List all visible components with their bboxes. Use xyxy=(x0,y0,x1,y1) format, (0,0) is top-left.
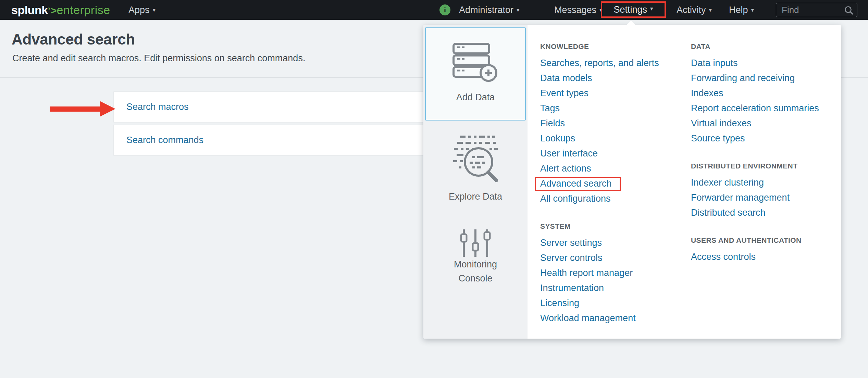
tile-add-data[interactable]: Add Data xyxy=(425,27,526,121)
menu-link-advanced-search[interactable]: Advanced search xyxy=(540,178,612,189)
tile-label: Explore Data xyxy=(436,190,515,204)
menu-link-forwarding-and-receiving[interactable]: Forwarding and receiving xyxy=(691,73,795,83)
menu-link-workload-management[interactable]: Workload management xyxy=(540,313,636,323)
menu-link-server-settings[interactable]: Server settings xyxy=(540,238,602,248)
menu-link-indexer-clustering[interactable]: Indexer clustering xyxy=(691,177,764,188)
monitoring-console-icon xyxy=(459,229,492,257)
tile-monitoring-console[interactable]: Monitoring Console xyxy=(425,224,526,306)
nav-activity[interactable]: Activity▾ xyxy=(677,0,712,20)
menu-link-item: All configurations xyxy=(540,191,687,206)
menu-section-data: DATAData inputsForwarding and receivingI… xyxy=(691,39,838,146)
menu-link-item: Data inputs xyxy=(691,55,838,71)
logo-chevron: > xyxy=(51,5,57,16)
splunk-logo[interactable]: splunk›>enterprise xyxy=(11,0,110,20)
menu-link-item: Licensing xyxy=(540,295,687,311)
menu-link-searches-reports-and-alerts[interactable]: Searches, reports, and alerts xyxy=(540,58,659,68)
menu-section-header-data: DATA xyxy=(691,39,838,54)
menu-link-item: Forwarding and receiving xyxy=(691,71,838,86)
nav-messages[interactable]: Messages▾ xyxy=(554,0,603,20)
find-search-input[interactable] xyxy=(776,3,843,17)
menu-link-event-types[interactable]: Event types xyxy=(540,88,588,98)
settings-dropdown-menu: Add Data Explore xyxy=(423,25,841,339)
nav-apps[interactable]: Apps▾ xyxy=(128,0,156,20)
menu-link-item: Server controls xyxy=(540,250,687,265)
explore-data-icon xyxy=(450,134,501,185)
menu-link-health-report-manager[interactable]: Health report manager xyxy=(540,268,633,278)
find-search-box xyxy=(776,3,857,17)
add-data-icon xyxy=(452,43,498,82)
row-link-search-macros[interactable]: Search macros xyxy=(126,102,189,112)
menu-section-distributed-environment: DISTRIBUTED ENVIRONMENTIndexer clusterin… xyxy=(691,159,838,220)
chevron-down-icon: ▾ xyxy=(650,5,653,12)
page-title: Advanced search xyxy=(12,31,135,48)
logo-product-text: enterprise xyxy=(57,3,110,16)
logo-spark-mark: › xyxy=(48,4,50,12)
menu-link-virtual-indexes[interactable]: Virtual indexes xyxy=(691,118,752,128)
chevron-down-icon: ▾ xyxy=(517,0,520,20)
tile-explore-data[interactable]: Explore Data xyxy=(425,124,526,220)
menu-link-item: Alert actions xyxy=(540,161,687,176)
menu-link-item: Health report manager xyxy=(540,265,687,280)
menu-link-item: Workload management xyxy=(540,311,687,326)
menu-link-data-models[interactable]: Data models xyxy=(540,73,592,83)
menu-link-item: Searches, reports, and alerts xyxy=(540,55,687,71)
menu-link-server-controls[interactable]: Server controls xyxy=(540,253,603,263)
menu-link-licensing[interactable]: Licensing xyxy=(540,298,579,308)
menu-link-item: Source types xyxy=(691,131,838,146)
menu-section-system: SYSTEMServer settingsServer controlsHeal… xyxy=(540,219,687,326)
menu-link-source-types[interactable]: Source types xyxy=(691,133,745,143)
menu-section-header-distributed-environment: DISTRIBUTED ENVIRONMENT xyxy=(691,159,838,174)
menu-section-header-system: SYSTEM xyxy=(540,219,687,234)
menu-link-item: Fields xyxy=(540,116,687,131)
menu-link-item: Server settings xyxy=(540,235,687,250)
menu-link-item: Virtual indexes xyxy=(691,116,838,131)
menu-link-item: Indexer clustering xyxy=(691,175,838,190)
menu-link-item: Lookups xyxy=(540,131,687,146)
menu-column-data-users: DATAData inputsForwarding and receivingI… xyxy=(691,39,838,264)
search-icon[interactable] xyxy=(844,5,854,15)
red-arrow-annotation xyxy=(50,106,100,112)
info-icon[interactable]: i xyxy=(439,4,450,15)
nav-help[interactable]: Help▾ xyxy=(729,0,754,20)
chevron-down-icon: ▾ xyxy=(709,0,712,20)
menu-link-item: Data models xyxy=(540,71,687,86)
tile-label: Monitoring Console xyxy=(436,257,515,286)
tile-label: Add Data xyxy=(436,90,515,104)
red-arrow-head xyxy=(100,101,115,117)
menu-link-lookups[interactable]: Lookups xyxy=(540,133,575,143)
logo-brand-text: splunk xyxy=(11,3,48,16)
chevron-down-icon: ▾ xyxy=(153,0,156,20)
menu-link-alert-actions[interactable]: Alert actions xyxy=(540,163,591,174)
menu-link-item: User interface xyxy=(540,146,687,161)
nav-settings[interactable]: Settings▾ xyxy=(601,1,666,18)
menu-link-item: Forwarder management xyxy=(691,190,838,205)
menu-link-instrumentation[interactable]: Instrumentation xyxy=(540,283,604,293)
menu-link-distributed-search[interactable]: Distributed search xyxy=(691,207,766,218)
menu-link-item: Event types xyxy=(540,86,687,101)
nav-administrator[interactable]: Administrator▾ xyxy=(459,0,520,20)
dropdown-notch xyxy=(626,21,636,30)
menu-link-item: Access controls xyxy=(691,249,838,264)
row-link-search-commands[interactable]: Search commands xyxy=(126,135,203,146)
menu-link-item: Tags xyxy=(540,101,687,116)
chevron-down-icon: ▾ xyxy=(751,0,754,20)
menu-section-users-and-authentication: USERS AND AUTHENTICATIONAccess controls xyxy=(691,233,838,264)
menu-link-indexes[interactable]: Indexes xyxy=(691,88,723,98)
menu-column-knowledge-system: KNOWLEDGESearches, reports, and alertsDa… xyxy=(540,39,687,326)
menu-link-item: Report acceleration summaries xyxy=(691,101,838,116)
menu-link-all-configurations[interactable]: All configurations xyxy=(540,193,611,204)
menu-section-header-users-and-authentication: USERS AND AUTHENTICATION xyxy=(691,233,838,248)
page-subtitle: Create and edit search macros. Edit perm… xyxy=(12,53,305,64)
menu-section-header-knowledge: KNOWLEDGE xyxy=(540,39,687,54)
menu-link-report-acceleration-summaries[interactable]: Report acceleration summaries xyxy=(691,103,819,113)
top-navbar: splunk›>enterprise Apps▾ i Administrator… xyxy=(0,0,868,20)
menu-link-user-interface[interactable]: User interface xyxy=(540,148,598,159)
menu-link-forwarder-management[interactable]: Forwarder management xyxy=(691,192,790,203)
menu-section-knowledge: KNOWLEDGESearches, reports, and alertsDa… xyxy=(540,39,687,206)
menu-link-access-controls[interactable]: Access controls xyxy=(691,252,756,262)
menu-link-item: Indexes xyxy=(691,86,838,101)
menu-link-fields[interactable]: Fields xyxy=(540,118,565,128)
menu-link-item: Advanced search xyxy=(540,176,687,191)
menu-link-tags[interactable]: Tags xyxy=(540,103,560,113)
menu-link-data-inputs[interactable]: Data inputs xyxy=(691,58,738,68)
